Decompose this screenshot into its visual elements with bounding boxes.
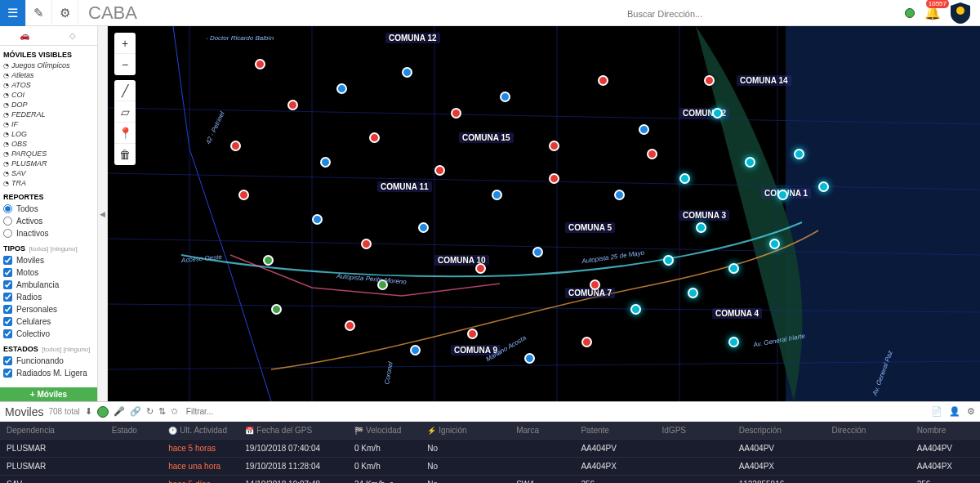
map-marker[interactable] [238, 190, 249, 200]
th-dependencia[interactable]: Dependencia [7, 426, 112, 435]
map-marker[interactable] [614, 190, 625, 200]
tab-layers[interactable]: ◇ [49, 26, 98, 45]
map-marker[interactable] [320, 157, 331, 168]
map-marker[interactable] [549, 141, 559, 151]
map-marker[interactable] [271, 304, 282, 315]
tipos-links[interactable]: [todos] [ninguno] [29, 245, 78, 253]
add-moviles-button[interactable]: + Móviles [0, 387, 97, 401]
map-marker[interactable] [287, 100, 298, 110]
map-marker[interactable] [818, 181, 829, 192]
visible-item[interactable]: DOP [3, 100, 94, 110]
estados-links[interactable]: [todos] [ninguno] [42, 346, 90, 353]
tipo-checkbox[interactable]: Ambulancia [3, 279, 94, 291]
table-row[interactable]: SAVhace 5 días14/10/2018 19:07:4824 Km/h… [0, 475, 980, 483]
visible-item[interactable]: ATOS [3, 80, 94, 90]
map-marker[interactable] [679, 173, 690, 184]
th-ignicion[interactable]: ⚡Ignición [427, 426, 516, 435]
search-input[interactable] [627, 9, 791, 19]
tool-export-icon[interactable]: 📄 [931, 406, 942, 417]
tipo-checkbox[interactable]: Celulares [3, 315, 94, 328]
th-idgps[interactable]: IdGPS [662, 426, 739, 435]
map-marker[interactable] [598, 75, 608, 86]
tool-star-icon[interactable]: ✩ [171, 406, 178, 417]
reporte-option[interactable]: Todos [3, 203, 94, 215]
map[interactable]: + − ╱ ▱ 📍 🗑 COMUNA 1COMUNA 2COMUNA 3COMU… [108, 26, 980, 401]
tipo-checkbox[interactable]: Moviles [3, 254, 94, 266]
map-marker[interactable] [639, 124, 649, 135]
tool-link-icon[interactable]: 🔗 [130, 406, 141, 417]
map-marker[interactable] [647, 149, 657, 159]
tab-vehicles[interactable]: 🚗 [0, 26, 49, 45]
settings-button[interactable]: ⚙ [52, 0, 78, 26]
visible-item[interactable]: OBS [3, 139, 94, 149]
tool-refresh-icon[interactable]: ↻ [146, 406, 154, 417]
visible-item[interactable]: Juegos Olímpicos [3, 60, 94, 70]
tool-person-icon[interactable]: 👤 [949, 406, 960, 417]
th-fecha[interactable]: 📅Fecha del GPS [245, 426, 354, 435]
map-marker[interactable] [402, 67, 412, 78]
map-marker[interactable] [663, 255, 674, 266]
visible-item[interactable]: SAV [3, 168, 94, 178]
visible-item[interactable]: PLUSMAR [3, 159, 94, 168]
tool-arrows-icon[interactable]: ⇅ [158, 406, 166, 417]
estado-checkbox[interactable]: Radiados M. Ligera [3, 367, 94, 379]
notifications-button[interactable]: 🔔10557 [924, 5, 941, 20]
map-marker[interactable] [777, 190, 788, 200]
visible-item[interactable]: FEDERAL [3, 110, 94, 119]
visible-item[interactable]: LOG [3, 129, 94, 139]
map-marker[interactable] [704, 75, 715, 86]
zoom-in-button[interactable]: + [114, 33, 136, 54]
th-velocidad[interactable]: 🏁Velocidad [354, 426, 427, 435]
map-marker[interactable] [728, 337, 739, 347]
reporte-option[interactable]: Activos [3, 215, 94, 227]
map-marker[interactable] [532, 247, 543, 257]
estado-checkbox[interactable]: Funcionando [3, 355, 94, 367]
sidebar-collapse[interactable]: ◀ [98, 26, 108, 401]
map-marker[interactable] [590, 280, 600, 290]
map-marker[interactable] [467, 329, 478, 339]
table-row[interactable]: PLUSMARhace 5 horas19/10/2018 07:40:040 … [0, 439, 980, 457]
map-marker[interactable] [255, 59, 265, 69]
edit-button[interactable]: ✎ [26, 0, 52, 26]
table-row[interactable]: PLUSMARhace una hora19/10/2018 11:28:040… [0, 457, 980, 475]
visible-item[interactable]: IF [3, 119, 94, 129]
map-marker[interactable] [688, 288, 698, 298]
map-marker[interactable] [434, 165, 445, 176]
tipo-checkbox[interactable]: Radios [3, 291, 94, 303]
tool-gear-icon[interactable]: ⚙ [967, 406, 975, 417]
tipo-checkbox[interactable]: Motos [3, 266, 94, 279]
map-marker[interactable] [524, 353, 535, 364]
tool-mic-icon[interactable]: 🎤 [114, 406, 125, 417]
tool-download-icon[interactable]: ⬇ [85, 406, 92, 417]
marker-tool-button[interactable]: 📍 [114, 123, 136, 144]
map-marker[interactable] [345, 320, 355, 331]
th-actividad[interactable]: 🕐Ult. Actividad [168, 426, 245, 435]
tipo-checkbox[interactable]: Personales [3, 303, 94, 315]
map-marker[interactable] [475, 263, 486, 274]
map-marker[interactable] [712, 108, 723, 119]
th-estado[interactable]: Estado [112, 426, 168, 435]
map-marker[interactable] [312, 214, 323, 225]
map-marker[interactable] [418, 222, 429, 233]
map-marker[interactable] [630, 304, 641, 315]
zoom-out-button[interactable]: − [114, 54, 136, 75]
th-nombre[interactable]: Nombre [917, 426, 973, 435]
map-marker[interactable] [769, 239, 780, 249]
map-marker[interactable] [230, 141, 241, 151]
map-marker[interactable] [549, 173, 559, 184]
menu-button[interactable]: ☰ [0, 0, 26, 26]
reporte-option[interactable]: Inactivos [3, 227, 94, 239]
visible-item[interactable]: TRA [3, 178, 94, 188]
map-marker[interactable] [336, 83, 347, 94]
th-direccion[interactable]: Dirección [832, 426, 917, 435]
map-marker[interactable] [794, 149, 804, 159]
map-marker[interactable] [500, 92, 510, 102]
visible-item[interactable]: COI [3, 90, 94, 100]
map-marker[interactable] [696, 222, 706, 233]
map-marker[interactable] [263, 255, 274, 266]
tipo-checkbox[interactable]: Colectivo [3, 328, 94, 340]
th-descripcion[interactable]: Descripción [739, 426, 832, 435]
delete-tool-button[interactable]: 🗑 [114, 144, 136, 165]
th-patente[interactable]: Patente [581, 426, 662, 435]
map-marker[interactable] [728, 263, 739, 274]
